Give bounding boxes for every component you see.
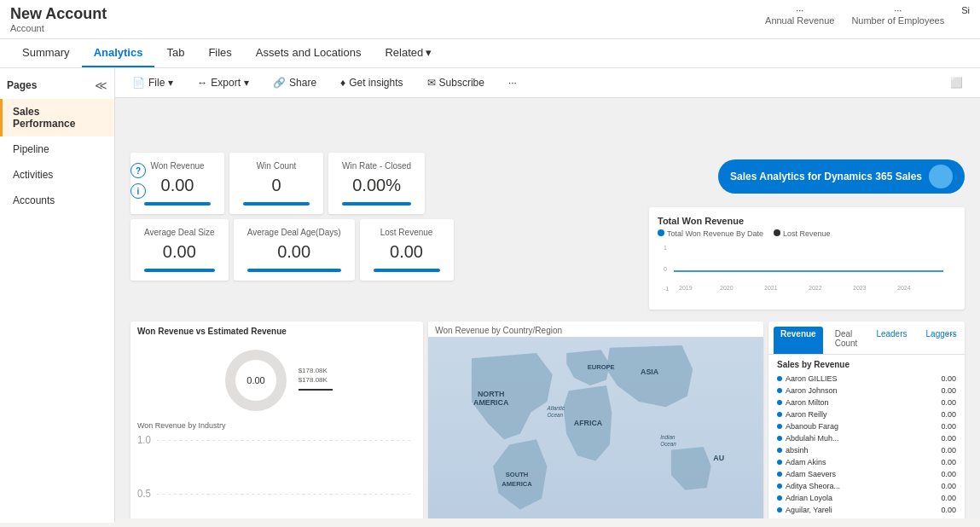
total-won-chart-title: Total Won Revenue [658, 216, 956, 226]
tab-analytics[interactable]: Analytics [82, 39, 155, 67]
svg-text:2024: 2024 [897, 285, 911, 291]
sales-dot [777, 460, 782, 465]
svg-text:ASIA: ASIA [641, 368, 659, 376]
toolbar: 📄 File ▾ ↔ Export ▾ 🔗 Share ♦ Get insigh… [115, 68, 980, 98]
sales-person-name: Aaron GILLIES [786, 374, 838, 383]
svg-text:0: 0 [664, 266, 667, 272]
svg-text:2022: 2022 [809, 285, 822, 291]
sales-name: Aaron Reilly [777, 410, 827, 419]
header-right: ··· Annual Revenue ··· Number of Employe… [765, 5, 970, 26]
sidebar-item-accounts[interactable]: Accounts [0, 188, 114, 213]
other-label: Si [961, 5, 970, 15]
info-icon-1[interactable]: ? [130, 163, 146, 178]
sales-row: Ahmad Saad 0.00 [777, 516, 956, 518]
sales-value: 0.00 [941, 434, 956, 443]
file-button[interactable]: 📄 File ▾ [125, 73, 180, 92]
sales-value: 0.00 [941, 470, 956, 478]
sidebar-header: Pages ≪ [0, 75, 114, 99]
tab-related[interactable]: Related ▾ [373, 39, 444, 67]
svg-text:1: 1 [664, 245, 667, 251]
sales-name: Aguilar, Yareli [777, 506, 832, 514]
sub-label-1: $178.08K [299, 367, 333, 374]
main-layout: Pages ≪ Sales Performance Pipeline Activ… [0, 68, 980, 523]
legend-lost: Lost Revenue [774, 229, 831, 238]
avg-deal-size-label: Average Deal Size [144, 228, 215, 237]
sales-dot [777, 472, 782, 477]
sales-value: 0.00 [941, 506, 956, 514]
info-icon-2[interactable]: i [130, 183, 146, 199]
win-rate-bar [342, 202, 411, 206]
svg-text:AFRICA: AFRICA [574, 419, 603, 427]
legend-won: Total Won Revenue By Date [658, 229, 763, 238]
industry-chart-svg: 1.0 0.5 0.0 (Blank) [137, 431, 416, 518]
sales-value: 0.00 [941, 518, 956, 518]
sales-dot [777, 507, 782, 513]
sales-person-name: absinh [786, 446, 809, 455]
svg-text:AMERICA: AMERICA [473, 398, 509, 407]
export-icon: ↔ [197, 77, 207, 89]
expand-button[interactable]: ⬜ [943, 73, 970, 92]
sales-row: Abdulahi Muh... 0.00 [777, 432, 956, 444]
sales-person-name: Adam Saevers [786, 470, 836, 478]
get-insights-button[interactable]: ♦ Get insights [333, 73, 410, 92]
sales-person-name: Aaron Johnson [786, 386, 838, 395]
industry-title: Won Revenue by Industry [137, 421, 416, 430]
collapse-icon[interactable]: ≪ [95, 78, 107, 92]
sales-value: 0.00 [941, 422, 956, 431]
won-vs-estimated-panel: Won Revenue vs Estimated Revenue 0.00 $1… [130, 321, 423, 518]
svg-text:NORTH: NORTH [478, 390, 504, 398]
more-options-icon[interactable]: ··· [946, 327, 956, 340]
won-vs-estimated-title: Won Revenue vs Estimated Revenue [137, 327, 416, 336]
sidebar-item-pipeline[interactable]: Pipeline [0, 136, 114, 162]
tab-tab[interactable]: Tab [154, 39, 196, 67]
more-options-button[interactable]: ··· [502, 73, 524, 92]
sales-dot [777, 448, 782, 453]
svg-text:Ocean: Ocean [548, 412, 564, 418]
donut-chart-svg: 0.00 [222, 346, 290, 414]
kpi-card-lost-revenue: Lost Revenue 0.00 [360, 219, 454, 281]
subscribe-button[interactable]: ✉ Subscribe [420, 73, 491, 92]
kpi-card-win-rate: Win Rate - Closed 0.00% [328, 153, 425, 214]
chart-legend: Total Won Revenue By Date Lost Revenue [658, 229, 956, 238]
sales-person-name: Ahmad Saad [786, 518, 830, 518]
sales-value: 0.00 [941, 458, 956, 466]
lost-revenue-label: Lost Revenue [374, 228, 440, 237]
sales-name: Aaron Johnson [777, 386, 838, 395]
sales-person-name: Aaron Reilly [786, 410, 827, 419]
export-button[interactable]: ↔ Export ▾ [190, 73, 256, 92]
tab-assets-locations[interactable]: Assets and Locations [244, 39, 374, 67]
svg-text:Indian: Indian [661, 434, 676, 440]
sidebar-item-sales-performance[interactable]: Sales Performance [0, 99, 114, 136]
chevron-down-icon: ▾ [168, 77, 173, 89]
kpi-card-win-count: Win Count 0 [229, 153, 323, 214]
total-won-chart: Total Won Revenue Total Won Revenue By D… [649, 207, 965, 310]
sales-by-label: Sales by Revenue [768, 355, 965, 373]
sales-name: Abanoub Farag [777, 422, 838, 431]
ellipsis-icon: ··· [508, 77, 517, 89]
sales-row: Aaron Johnson 0.00 [777, 385, 956, 397]
svg-text:2019: 2019 [679, 285, 693, 291]
report-area: ? i Sales Analytics for Dynamics 365 Sal… [115, 98, 980, 518]
sales-dot [777, 424, 782, 429]
sales-person-name: Abdulahi Muh... [786, 434, 839, 443]
win-count-bar [243, 202, 310, 206]
sales-dot [777, 495, 782, 501]
tab-laggers[interactable]: Laggers [919, 327, 964, 354]
nav-tabs: Summary Analytics Tab Files Assets and L… [0, 39, 980, 68]
tab-revenue[interactable]: Revenue [774, 327, 823, 354]
expand-icon: ⬜ [950, 77, 963, 89]
branding-icon [929, 165, 953, 188]
tab-leaders[interactable]: Leaders [869, 327, 913, 354]
share-button[interactable]: 🔗 Share [266, 73, 323, 92]
svg-text:2021: 2021 [764, 285, 778, 291]
sales-dot [777, 400, 782, 405]
sales-name: Abdulahi Muh... [777, 434, 839, 443]
tab-deal-count[interactable]: Deal Count [828, 327, 865, 354]
sales-value: 0.00 [941, 386, 956, 395]
tab-summary[interactable]: Summary [10, 39, 82, 67]
tab-files[interactable]: Files [196, 39, 243, 67]
sidebar-item-activities[interactable]: Activities [0, 162, 114, 188]
header-left: New Account Account [10, 5, 107, 33]
svg-text:SOUTH: SOUTH [506, 471, 529, 478]
sales-name: Aditya Sheora... [777, 482, 840, 490]
